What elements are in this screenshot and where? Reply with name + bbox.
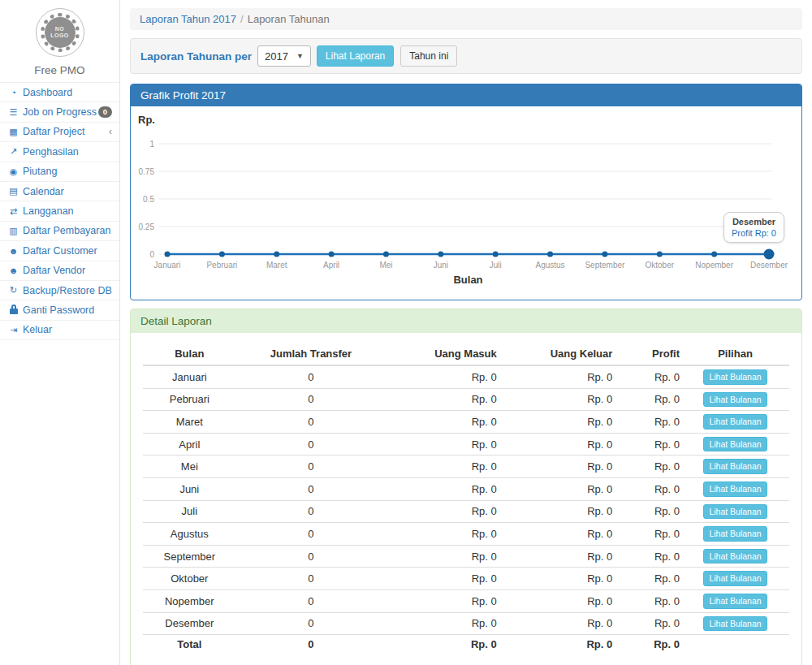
table-cell: Desember <box>143 612 236 635</box>
lihat-bulanan-button[interactable]: Lihat Bulanan <box>703 481 767 497</box>
chart-point[interactable] <box>329 252 335 257</box>
lihat-bulanan-button[interactable]: Lihat Bulanan <box>703 504 767 520</box>
table-row: Pebruari0Rp. 0Rp. 0Rp. 0Lihat Bulanan <box>143 388 789 411</box>
column-header-uang-keluar: Uang Keluar <box>499 343 614 365</box>
sidebar-item-ganti-password[interactable]: Ganti Password <box>0 300 119 320</box>
chart-point[interactable] <box>547 252 553 257</box>
sidebar-item-daftar-pembayaran[interactable]: ▥Daftar Pembayaran <box>0 222 119 241</box>
lihat-bulanan-button[interactable]: Lihat Bulanan <box>703 594 767 609</box>
sidebar-item-piutang[interactable]: ◉Piutang <box>0 162 119 182</box>
table-cell: Maret <box>143 411 236 434</box>
tooltip-value: Profit Rp: 0 <box>732 228 776 238</box>
lihat-bulanan-button[interactable]: Lihat Bulanan <box>703 616 767 632</box>
table-cell: Rp. 0 <box>614 365 681 388</box>
lock-icon <box>7 304 19 316</box>
app-logo: NO LOGO <box>36 8 84 57</box>
table-cell-action: Lihat Bulanan <box>681 589 789 612</box>
no-logo-seal: NO LOGO <box>41 13 80 52</box>
x-tick-label: Agustus <box>535 261 564 270</box>
chart-point[interactable] <box>602 252 607 257</box>
table-cell-action: Lihat Bulanan <box>681 545 789 568</box>
table-cell: Rp. 0 <box>614 568 681 590</box>
lihat-laporan-button[interactable]: Lihat Laporan <box>317 45 394 67</box>
table-cell: Juli <box>143 500 236 523</box>
sidebar-item-daftar-vendor[interactable]: ☻Daftar Vendor <box>0 261 119 281</box>
chart-point[interactable] <box>711 252 717 257</box>
sidebar-item-label: Dashboard <box>23 87 72 98</box>
chart-point[interactable] <box>764 249 775 260</box>
lihat-bulanan-button[interactable]: Lihat Bulanan <box>703 571 767 586</box>
table-cell-action: Lihat Bulanan <box>681 500 789 523</box>
sidebar-item-label: Calendar <box>23 186 64 197</box>
x-tick-label: Maret <box>266 261 287 270</box>
table-cell: 0 <box>236 456 387 478</box>
line-chart-icon: ↗ <box>7 146 19 157</box>
sidebar-item-calendar[interactable]: ▤Calendar <box>0 182 119 201</box>
chart-point[interactable] <box>274 252 279 257</box>
table-cell-action: Lihat Bulanan <box>681 411 789 434</box>
table-cell: Rp. 0 <box>499 589 614 612</box>
table-cell: 0 <box>236 411 387 434</box>
profit-chart: 00.250.50.751Rp.BulanJanuariPebruariMare… <box>131 106 801 300</box>
table-cell: Rp. 0 <box>386 612 499 635</box>
table-cell: Rp. 0 <box>614 388 681 411</box>
chart-point[interactable] <box>493 252 499 257</box>
table-cell: Rp. 0 <box>614 477 681 500</box>
chart-point[interactable] <box>438 252 443 257</box>
table-cell: Rp. 0 <box>614 500 681 523</box>
count-badge: 0 <box>98 106 112 118</box>
chart-point[interactable] <box>219 252 225 257</box>
sidebar-item-langganan[interactable]: ⇄Langganan <box>0 201 119 221</box>
table-cell: Pebruari <box>143 388 236 411</box>
year-select[interactable]: 2017 ▼ <box>257 45 311 67</box>
table-cell: 0 <box>236 388 387 411</box>
table-cell: Rp. 0 <box>499 411 614 434</box>
table-cell: Rp. 0 <box>386 500 499 523</box>
y-tick-label: 0.75 <box>139 167 155 176</box>
table-row: Maret0Rp. 0Rp. 0Rp. 0Lihat Bulanan <box>143 411 789 434</box>
column-header-uang-masuk: Uang Masuk <box>386 343 499 365</box>
exchange-icon: ⇄ <box>7 206 19 217</box>
table-cell: September <box>143 545 236 568</box>
chart-point[interactable] <box>383 252 389 257</box>
chart-point[interactable] <box>165 252 171 257</box>
sidebar-item-daftar-project[interactable]: ▦Daftar Project‹ <box>0 123 119 142</box>
sidebar-item-label: Daftar Project <box>23 126 84 137</box>
lihat-bulanan-button[interactable]: Lihat Bulanan <box>703 369 767 385</box>
column-header-jumlah-transfer: Jumlah Transfer <box>236 343 387 365</box>
sidebar-item-job-on-progress[interactable]: ☰Job on Progress0 <box>0 102 119 122</box>
lihat-bulanan-button[interactable]: Lihat Bulanan <box>703 392 767 408</box>
table-cell: Rp. 0 <box>499 477 614 500</box>
x-tick-label: Juni <box>434 261 448 270</box>
lihat-bulanan-button[interactable]: Lihat Bulanan <box>703 526 767 542</box>
sidebar-item-backup-restore-db[interactable]: ↻Backup/Restore DB <box>0 281 119 300</box>
sidebar-item-keluar[interactable]: ⇥Keluar <box>0 321 119 340</box>
table-cell: Rp. 0 <box>614 433 681 456</box>
report-filter-bar: Laporan Tahunan per 2017 ▼ Lihat Laporan… <box>130 38 802 74</box>
lihat-bulanan-button[interactable]: Lihat Bulanan <box>703 459 767 474</box>
sidebar-item-penghasilan[interactable]: ↗Penghasilan <box>0 142 119 162</box>
sidebar-item-label: Backup/Restore DB <box>23 285 112 296</box>
lihat-bulanan-button[interactable]: Lihat Bulanan <box>703 437 767 452</box>
table-cell: Juni <box>143 477 236 500</box>
tahun-ini-button[interactable]: Tahun ini <box>400 45 457 67</box>
lihat-bulanan-button[interactable]: Lihat Bulanan <box>703 414 767 430</box>
lihat-bulanan-button[interactable]: Lihat Bulanan <box>703 549 767 564</box>
x-tick-label: Nopember <box>695 261 733 270</box>
chevron-left-icon: ‹ <box>109 126 112 137</box>
total-cell: 0 <box>236 635 387 654</box>
x-tick-label: Mei <box>379 261 392 270</box>
chart-point[interactable] <box>657 252 663 257</box>
breadcrumb-link[interactable]: Laporan Tahun 2017 <box>140 13 236 25</box>
table-cell: Mei <box>143 456 236 478</box>
sidebar-item-daftar-customer[interactable]: ☻Daftar Customer <box>0 241 119 261</box>
sidebar-item-dashboard[interactable]: ◔Dashboard <box>0 83 119 102</box>
table-cell: 0 <box>236 589 387 612</box>
sidebar-item-label: Langganan <box>23 205 74 217</box>
filter-label: Laporan Tahunan per <box>140 50 252 63</box>
table-row: Januari0Rp. 0Rp. 0Rp. 0Lihat Bulanan <box>143 365 789 388</box>
table-panel-title: Detail Laporan <box>131 309 801 333</box>
total-cell-empty <box>681 635 789 654</box>
x-tick-label: September <box>585 261 625 270</box>
total-cell: Total <box>143 635 236 654</box>
